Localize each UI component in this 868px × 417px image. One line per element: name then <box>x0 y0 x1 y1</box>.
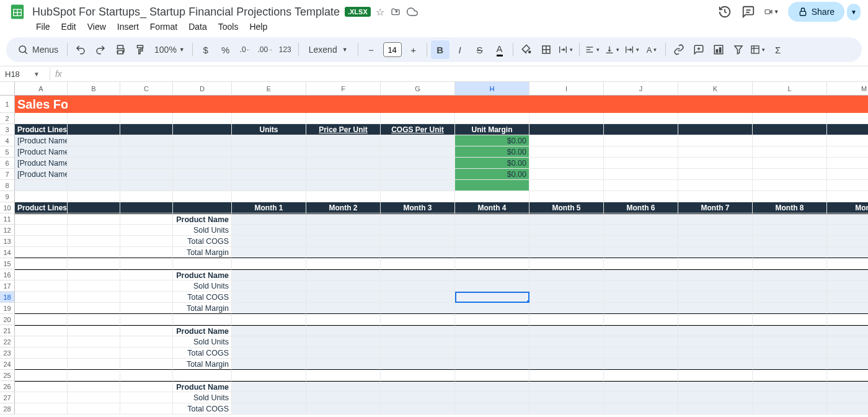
cell-D15[interactable] <box>173 258 232 269</box>
cell-L20[interactable] <box>753 314 827 325</box>
cell-K17[interactable] <box>678 280 753 292</box>
cell-I3[interactable] <box>529 124 604 135</box>
cell-L26[interactable] <box>753 381 827 392</box>
cell-H25[interactable] <box>455 370 529 381</box>
filter-button[interactable] <box>729 40 748 59</box>
cell-J9[interactable] <box>604 191 678 202</box>
increase-fontsize-button[interactable]: + <box>404 40 423 59</box>
cell-I5[interactable] <box>529 146 604 158</box>
cell-A1[interactable]: Sales Forecasts <box>15 96 68 113</box>
cell-L6[interactable] <box>753 158 827 169</box>
rotate-button[interactable]: A▼ <box>643 40 662 59</box>
cell-L21[interactable] <box>753 325 827 336</box>
cell-E7[interactable] <box>232 169 306 180</box>
menu-file[interactable]: File <box>31 19 55 34</box>
cell-D25[interactable] <box>173 370 232 381</box>
cell-M11[interactable] <box>827 213 868 225</box>
cell-A7[interactable]: [Product Name] <box>15 169 68 180</box>
col-header-J[interactable]: J <box>604 82 678 96</box>
cell-G1[interactable] <box>381 96 455 113</box>
halign-button[interactable]: ▼ <box>583 40 602 59</box>
cell-B21[interactable] <box>68 325 120 336</box>
cell-E17[interactable] <box>232 280 306 292</box>
cell-I7[interactable] <box>529 169 604 180</box>
link-button[interactable] <box>670 40 688 59</box>
cell-D3[interactable] <box>173 124 232 135</box>
cell-I9[interactable] <box>529 191 604 202</box>
cell-C2[interactable] <box>120 113 173 124</box>
cell-C24[interactable] <box>120 359 173 370</box>
cell-B23[interactable] <box>68 348 120 359</box>
row-header-27[interactable]: 27 <box>0 392 15 403</box>
cell-F27[interactable] <box>306 392 381 403</box>
cell-L3[interactable] <box>753 124 827 135</box>
cell-D10[interactable] <box>173 202 232 213</box>
cell-K8[interactable] <box>678 180 753 191</box>
cell-E4[interactable] <box>232 135 306 146</box>
cloud-icon[interactable] <box>407 6 418 17</box>
col-header-B[interactable]: B <box>68 82 120 96</box>
row-header-23[interactable]: 23 <box>0 348 15 359</box>
cell-M6[interactable] <box>827 158 868 169</box>
cell-D20[interactable] <box>173 314 232 325</box>
cell-K20[interactable] <box>678 314 753 325</box>
cell-E20[interactable] <box>232 314 306 325</box>
cell-I8[interactable] <box>529 180 604 191</box>
cell-C16[interactable] <box>120 269 173 280</box>
cell-A22[interactable] <box>15 336 68 348</box>
cell-E8[interactable] <box>232 180 306 191</box>
paint-format-button[interactable] <box>131 40 149 59</box>
cell-G9[interactable] <box>381 191 455 202</box>
cell-K19[interactable] <box>678 303 753 314</box>
name-box-dropdown[interactable]: ▼ <box>33 71 40 78</box>
cell-A21[interactable] <box>15 325 68 336</box>
col-header-G[interactable]: G <box>381 82 455 96</box>
cell-I25[interactable] <box>529 370 604 381</box>
cell-M26[interactable] <box>827 381 868 392</box>
cell-I10[interactable]: Month 5 <box>529 202 604 213</box>
cell-M24[interactable] <box>827 359 868 370</box>
row-header-18[interactable]: 18 <box>0 292 15 303</box>
cell-L4[interactable] <box>753 135 827 146</box>
cell-G10[interactable]: Month 3 <box>381 202 455 213</box>
cell-M9[interactable] <box>827 191 868 202</box>
cell-I21[interactable] <box>529 325 604 336</box>
cell-H7[interactable]: $0.00 <box>455 169 529 180</box>
cell-D27[interactable]: Sold Units <box>173 392 232 403</box>
redo-button[interactable] <box>91 40 110 59</box>
cell-C4[interactable] <box>120 135 173 146</box>
cell-G13[interactable] <box>381 236 455 247</box>
row-header-24[interactable]: 24 <box>0 359 15 370</box>
cell-M16[interactable] <box>827 269 868 280</box>
cell-A17[interactable] <box>15 280 68 292</box>
cell-L19[interactable] <box>753 303 827 314</box>
text-color-button[interactable]: A <box>490 40 509 59</box>
cell-F13[interactable] <box>306 236 381 247</box>
cell-C6[interactable] <box>120 158 173 169</box>
cell-A18[interactable] <box>15 292 68 303</box>
filter-views-button[interactable]: ▼ <box>749 40 768 59</box>
col-header-C[interactable]: C <box>120 82 173 96</box>
cell-F5[interactable] <box>306 146 381 158</box>
cell-M4[interactable] <box>827 135 868 146</box>
cell-H13[interactable] <box>455 236 529 247</box>
cell-K1[interactable] <box>678 96 753 113</box>
cell-J3[interactable] <box>604 124 678 135</box>
move-icon[interactable] <box>391 7 401 17</box>
row-header-7[interactable]: 7 <box>0 169 15 180</box>
cell-F12[interactable] <box>306 225 381 236</box>
cell-D28[interactable]: Total COGS <box>173 403 232 415</box>
cell-I27[interactable] <box>529 392 604 403</box>
cell-B25[interactable] <box>68 370 120 381</box>
cell-D16[interactable]: Product Name <box>173 269 232 280</box>
cell-H20[interactable] <box>455 314 529 325</box>
cell-K16[interactable] <box>678 269 753 280</box>
cell-D4[interactable] <box>173 135 232 146</box>
cell-H9[interactable] <box>455 191 529 202</box>
cell-E2[interactable] <box>232 113 306 124</box>
italic-button[interactable]: I <box>451 40 469 59</box>
cell-F18[interactable] <box>306 292 381 303</box>
cell-G15[interactable] <box>381 258 455 269</box>
cell-C8[interactable] <box>120 180 173 191</box>
cell-D23[interactable]: Total COGS <box>173 348 232 359</box>
